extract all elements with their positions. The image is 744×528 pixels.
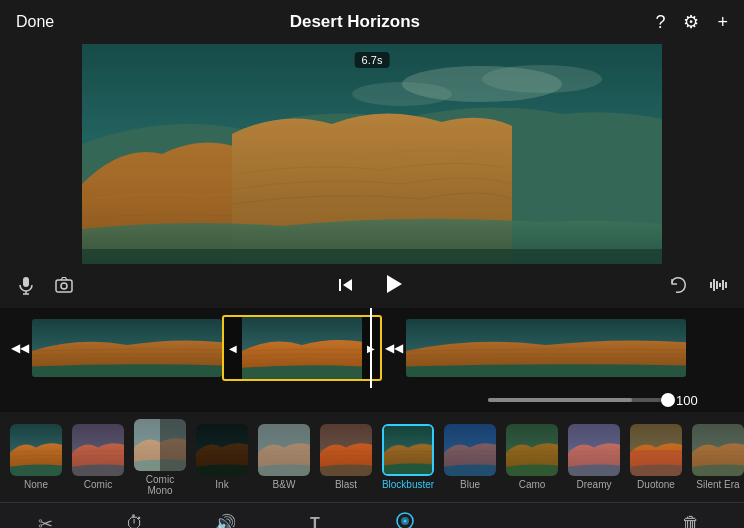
svg-rect-11 bbox=[339, 279, 341, 291]
toolbar-volume[interactable]: 🔊 Volume bbox=[180, 507, 270, 529]
play-icon bbox=[380, 271, 406, 297]
audio-levels-button[interactable] bbox=[706, 275, 728, 298]
clip-before bbox=[32, 319, 222, 377]
clip-left-handle[interactable]: ◀ bbox=[224, 317, 242, 379]
filter-item-bw[interactable]: B&W bbox=[256, 424, 312, 490]
mic-button[interactable] bbox=[16, 275, 36, 298]
help-button[interactable]: ? bbox=[655, 13, 665, 31]
undo-icon bbox=[668, 275, 688, 295]
filter-item-camo[interactable]: Camo bbox=[504, 424, 560, 490]
filter-thumb-blockbuster bbox=[382, 424, 434, 476]
filter-thumb-ink bbox=[196, 424, 248, 476]
filter-item-silent-era[interactable]: Silent Era bbox=[690, 424, 744, 490]
filter-label-duotone: Duotone bbox=[637, 479, 675, 490]
timeline-track: ◀◀ ◀ ▶ ◀◀ bbox=[0, 316, 744, 380]
controls-bar bbox=[0, 264, 744, 308]
speed-fill bbox=[488, 398, 632, 402]
bottom-toolbar: ✂ Actions ⏱ Speed 🔊 Volume T Titles Filt… bbox=[0, 502, 744, 528]
svg-point-21 bbox=[404, 520, 407, 523]
undo-button[interactable] bbox=[668, 275, 688, 298]
delete-icon: 🗑 bbox=[682, 513, 700, 528]
filter-thumb-comic bbox=[72, 424, 124, 476]
time-badge: 6.7s bbox=[355, 52, 390, 68]
filter-thumb-duotone bbox=[630, 424, 682, 476]
toolbar-speed[interactable]: ⏱ Speed bbox=[90, 507, 180, 528]
speed-thumb[interactable] bbox=[661, 393, 675, 407]
actions-icon: ✂ bbox=[38, 513, 53, 529]
clip-after bbox=[406, 319, 686, 377]
top-bar-right: ? ⚙ + bbox=[655, 13, 728, 31]
filters-row: NoneComicComic MonoInkB&WBlastBlockbuste… bbox=[0, 412, 744, 502]
top-bar: Done Desert Horizons ? ⚙ + bbox=[0, 0, 744, 44]
speed-value: 100 bbox=[676, 393, 716, 408]
filter-label-silent-era: Silent Era bbox=[696, 479, 739, 490]
page-title: Desert Horizons bbox=[290, 12, 420, 32]
filter-thumb-none bbox=[10, 424, 62, 476]
filter-label-blast: Blast bbox=[335, 479, 357, 490]
clip-start-marker: ◀◀ bbox=[8, 319, 32, 377]
speed-slider-row: 100 bbox=[0, 388, 744, 412]
volume-icon: 🔊 bbox=[214, 513, 236, 529]
toolbar-filters[interactable]: Filters bbox=[360, 505, 450, 528]
toolbar-delete[interactable]: 🗑 Delete bbox=[654, 507, 744, 528]
clip-selected[interactable]: ◀ ▶ bbox=[222, 315, 382, 381]
filter-label-comic-mono: Comic Mono bbox=[132, 474, 188, 496]
filter-thumb-blast bbox=[320, 424, 372, 476]
top-bar-left: Done bbox=[16, 13, 54, 31]
filter-label-camo: Camo bbox=[519, 479, 546, 490]
filter-thumb-dreamy bbox=[568, 424, 620, 476]
filter-label-none: None bbox=[24, 479, 48, 490]
controls-left bbox=[16, 275, 74, 298]
filter-item-comic-mono[interactable]: Comic Mono bbox=[132, 419, 188, 496]
clip-right-handle[interactable]: ▶ bbox=[362, 317, 380, 379]
mic-icon bbox=[16, 275, 36, 295]
filter-label-bw: B&W bbox=[273, 479, 296, 490]
filter-item-blockbuster[interactable]: Blockbuster bbox=[380, 424, 436, 490]
filter-label-blockbuster: Blockbuster bbox=[382, 479, 434, 490]
svg-rect-5 bbox=[82, 44, 662, 264]
video-preview: 6.7s bbox=[82, 44, 662, 264]
filter-thumb-camo bbox=[506, 424, 558, 476]
svg-rect-6 bbox=[23, 277, 29, 287]
controls-right bbox=[668, 275, 728, 298]
filter-item-none[interactable]: None bbox=[8, 424, 64, 490]
done-button[interactable]: Done bbox=[16, 13, 54, 31]
camera-button[interactable] bbox=[54, 275, 74, 298]
filters-icon bbox=[395, 511, 415, 528]
filter-item-duotone[interactable]: Duotone bbox=[628, 424, 684, 490]
timeline-area[interactable]: ◀◀ ◀ ▶ ◀◀ bbox=[0, 308, 744, 388]
toolbar-titles[interactable]: T Titles bbox=[270, 509, 360, 529]
clip-after-group: ◀◀ bbox=[382, 317, 686, 379]
filter-item-blue[interactable]: Blue bbox=[442, 424, 498, 490]
filter-label-comic: Comic bbox=[84, 479, 112, 490]
svg-rect-9 bbox=[56, 280, 72, 292]
play-button[interactable] bbox=[380, 271, 406, 301]
filter-thumb-blue bbox=[444, 424, 496, 476]
skip-back-button[interactable] bbox=[336, 275, 356, 298]
skip-back-icon bbox=[336, 275, 356, 295]
settings-button[interactable]: ⚙ bbox=[683, 13, 699, 31]
filter-thumb-bw bbox=[258, 424, 310, 476]
add-button[interactable]: + bbox=[717, 13, 728, 31]
filter-item-ink[interactable]: Ink bbox=[194, 424, 250, 490]
filter-item-comic[interactable]: Comic bbox=[70, 424, 126, 490]
audio-levels-icon bbox=[706, 275, 728, 295]
filter-label-ink: Ink bbox=[215, 479, 228, 490]
filter-item-dreamy[interactable]: Dreamy bbox=[566, 424, 622, 490]
filter-thumb-comic-mono bbox=[134, 419, 186, 471]
toolbar-actions[interactable]: ✂ Actions bbox=[0, 507, 90, 529]
speed-track[interactable] bbox=[488, 398, 668, 402]
clip-after-marker: ◀◀ bbox=[382, 319, 406, 377]
filter-item-blast[interactable]: Blast bbox=[318, 424, 374, 490]
filter-label-blue: Blue bbox=[460, 479, 480, 490]
titles-icon: T bbox=[310, 515, 320, 529]
speed-icon: ⏱ bbox=[126, 513, 144, 528]
camera-icon bbox=[54, 275, 74, 295]
svg-point-10 bbox=[61, 283, 67, 289]
filter-label-dreamy: Dreamy bbox=[576, 479, 611, 490]
clip-selected-thumb bbox=[242, 317, 362, 379]
controls-center bbox=[336, 271, 406, 301]
filter-thumb-silent-era bbox=[692, 424, 744, 476]
